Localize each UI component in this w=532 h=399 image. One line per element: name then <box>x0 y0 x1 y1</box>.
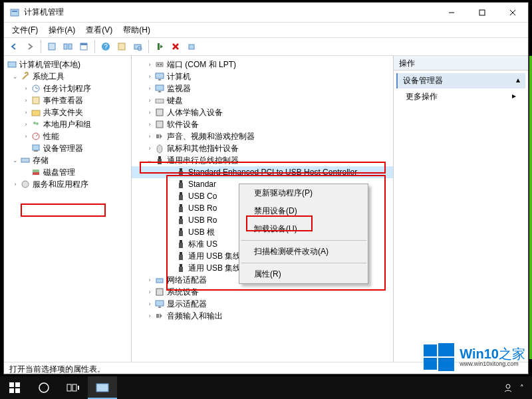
taskbar-app[interactable] <box>88 376 117 399</box>
tree-item[interactable]: ›事件查看器 <box>4 94 131 106</box>
cm-properties[interactable]: 属性(R) <box>239 265 368 283</box>
users-icon <box>31 119 41 130</box>
device-tree-item[interactable]: ›键盘 <box>132 94 393 106</box>
device-tree-item[interactable]: ›软件设备 <box>132 118 393 130</box>
collapse-icon[interactable]: ⌄ <box>11 72 20 81</box>
device-tree-item[interactable]: ›显示适配器 <box>132 298 393 310</box>
hid-icon <box>154 107 165 118</box>
expand-icon[interactable]: › <box>145 96 154 105</box>
minimize-button[interactable] <box>436 3 467 23</box>
device-tree-item[interactable]: ›端口 (COM 和 LPT) <box>132 59 393 70</box>
help-button[interactable]: ? <box>98 39 113 54</box>
expand-icon[interactable]: › <box>11 180 20 189</box>
show-hide-button[interactable] <box>61 39 75 54</box>
disk-icon <box>31 167 41 178</box>
menu-view[interactable]: 查看(V) <box>82 23 116 37</box>
device-tree-item[interactable]: ›人体学输入设备 <box>132 106 393 118</box>
taskview-button[interactable] <box>59 376 88 399</box>
cm-uninstall-device[interactable]: 卸载设备(U) <box>239 220 368 238</box>
tray-people-icon[interactable] <box>503 382 513 393</box>
device-tree-item[interactable]: ›鼠标和其他指针设备 <box>132 142 393 154</box>
cortana-button[interactable] <box>29 376 59 399</box>
tree-systools[interactable]: ⌄系统工具 <box>4 70 131 82</box>
device-tree-item[interactable]: ›声音、视频和游戏控制器 <box>132 130 393 142</box>
cm-update-driver[interactable]: 更新驱动程序(P) <box>239 184 368 202</box>
expand-icon[interactable]: › <box>21 120 31 129</box>
tray-up-icon[interactable]: ˄ <box>520 384 524 392</box>
tree-storage[interactable]: ⌄存储 <box>4 154 131 166</box>
tree-device-manager[interactable]: 设备管理器 <box>4 142 131 154</box>
svg-rect-64 <box>156 289 163 295</box>
menu-action[interactable]: 操作(A) <box>45 23 79 37</box>
delete-button[interactable] <box>168 39 183 54</box>
window-title: 计算机管理 <box>24 7 436 18</box>
menu-file[interactable]: 文件(F) <box>8 23 42 37</box>
device-tree-item[interactable]: ›计算机 <box>132 70 393 82</box>
scan-button[interactable] <box>130 39 145 54</box>
tree-services[interactable]: ›服务和应用程序 <box>4 178 131 190</box>
export-button[interactable] <box>76 39 91 54</box>
svg-rect-70 <box>424 358 437 370</box>
back-button[interactable] <box>7 39 21 54</box>
device-tree-item[interactable]: ⌄通用串行总线控制器 <box>132 154 393 166</box>
tree-root[interactable]: 计算机管理(本地) <box>4 59 131 70</box>
expand-icon[interactable]: › <box>145 72 154 81</box>
expand-icon[interactable]: › <box>145 144 154 153</box>
expand-icon[interactable]: › <box>145 287 154 297</box>
refresh-button[interactable] <box>184 39 199 54</box>
cm-scan-hardware[interactable]: 扫描检测硬件改动(A) <box>239 243 368 261</box>
svg-rect-17 <box>189 45 194 49</box>
start-button[interactable] <box>0 376 29 399</box>
up-button[interactable] <box>45 39 59 54</box>
expand-icon[interactable]: › <box>145 60 154 69</box>
up-arrow-icon[interactable]: ▴ <box>516 75 520 86</box>
close-button[interactable] <box>497 3 528 23</box>
audio-icon <box>154 131 165 142</box>
svg-rect-78 <box>72 384 76 391</box>
svg-rect-0 <box>11 9 19 16</box>
mouse-icon <box>154 143 165 154</box>
device-tree-item[interactable]: ›监视器 <box>132 82 393 94</box>
expand-icon[interactable]: › <box>21 108 31 117</box>
tree-item[interactable]: ›共享文件夹 <box>4 106 131 118</box>
svg-rect-79 <box>78 386 79 390</box>
expand-icon[interactable]: › <box>145 108 154 117</box>
expand-icon[interactable]: › <box>145 84 154 93</box>
svg-rect-66 <box>158 307 161 308</box>
expand-icon[interactable]: › <box>145 299 154 309</box>
cm-disable-device[interactable]: 禁用设备(D) <box>239 202 368 220</box>
expand-icon[interactable]: › <box>145 120 154 129</box>
menu-help[interactable]: 帮助(H) <box>119 23 154 37</box>
svg-rect-31 <box>156 63 163 66</box>
device-tree-item[interactable]: Standard Enhanced PCI to USB Host Contro… <box>132 166 393 178</box>
enable-button[interactable] <box>152 39 167 54</box>
properties-button[interactable] <box>114 39 129 54</box>
expand-icon[interactable]: › <box>21 132 31 141</box>
tree-item[interactable]: 磁盘管理 <box>4 166 131 178</box>
watermark-url: www.win10xitong.com <box>460 360 525 367</box>
expand-icon[interactable]: › <box>145 311 154 321</box>
tree-item[interactable]: ›性能 <box>4 130 131 142</box>
device-tree-item[interactable]: ›系统设备 <box>132 286 393 298</box>
svg-rect-48 <box>179 183 183 188</box>
svg-rect-13 <box>118 43 125 50</box>
expand-icon[interactable]: › <box>145 132 154 141</box>
actions-more[interactable]: 更多操作▸ <box>396 88 525 105</box>
software-icon <box>154 119 165 130</box>
right-scrollbar[interactable] <box>529 56 532 359</box>
display-icon <box>154 299 165 309</box>
collapse-icon[interactable]: ⌄ <box>11 156 20 165</box>
expand-icon[interactable]: › <box>21 84 31 93</box>
svg-rect-60 <box>179 255 183 260</box>
tree-item[interactable]: ›任务计划程序 <box>4 82 131 94</box>
device-tree-item[interactable]: ›音频输入和输出 <box>132 310 393 322</box>
maximize-button[interactable] <box>467 3 497 23</box>
device-label: 显示适配器 <box>167 299 207 310</box>
svg-rect-62 <box>179 267 183 272</box>
forward-button[interactable] <box>23 39 37 54</box>
expand-icon[interactable]: › <box>21 96 31 105</box>
tree-item[interactable]: ›本地用户和组 <box>4 118 131 130</box>
expand-icon[interactable]: › <box>145 275 154 285</box>
device-icon <box>31 143 41 154</box>
collapse-icon[interactable]: ⌄ <box>145 156 154 165</box>
